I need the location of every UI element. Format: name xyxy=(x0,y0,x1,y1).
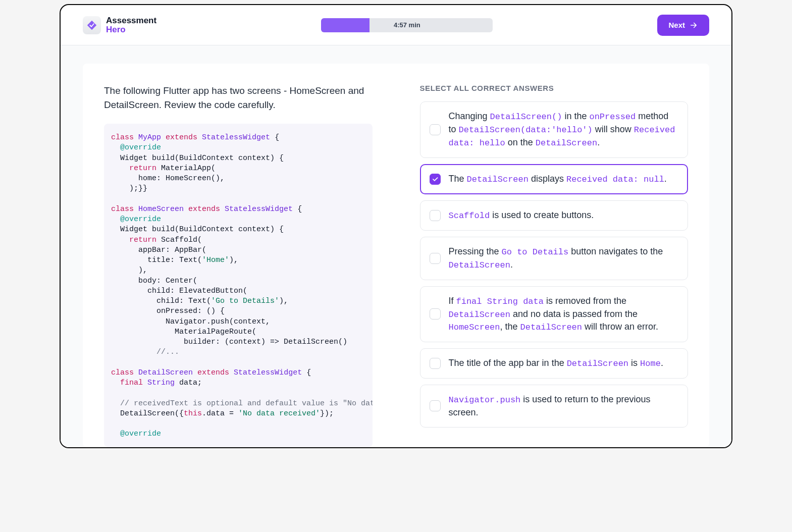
answer-option-0[interactable]: Changing DetailScreen() in the onPressed… xyxy=(420,101,689,158)
brand-line2: Hero xyxy=(106,25,156,34)
diamond-check-icon xyxy=(86,20,97,31)
answer-text: Pressing the Go to Details button naviga… xyxy=(449,245,679,272)
checkbox[interactable] xyxy=(430,174,441,185)
answer-text: If final String data is removed from the… xyxy=(449,295,679,334)
question-card: The following Flutter app has two screen… xyxy=(83,64,709,447)
next-button[interactable]: Next xyxy=(657,15,709,36)
checkbox[interactable] xyxy=(430,253,441,264)
progress-fill xyxy=(321,18,369,32)
checkbox[interactable] xyxy=(430,400,441,411)
answers-right: SELECT ALL CORRECT ANSWERS Changing Deta… xyxy=(420,84,689,447)
progress-label: 4:57 min xyxy=(394,21,420,29)
progress-bar: 4:57 min xyxy=(321,18,493,32)
answer-option-1[interactable]: The DetailScreen displays Received data:… xyxy=(420,164,689,194)
question-text: The following Flutter app has two screen… xyxy=(104,84,373,112)
answer-text: Scaffold is used to create buttons. xyxy=(449,209,594,222)
question-left: The following Flutter app has two screen… xyxy=(104,84,373,447)
progress-wrap: 4:57 min xyxy=(167,18,647,32)
content: The following Flutter app has two screen… xyxy=(61,45,731,447)
options-list: Changing DetailScreen() in the onPressed… xyxy=(420,101,689,428)
answer-option-5[interactable]: The title of the app bar in the DetailSc… xyxy=(420,348,689,379)
topbar: Assessment Hero 4:57 min Next xyxy=(61,5,731,45)
checkbox[interactable] xyxy=(430,308,441,320)
checkbox[interactable] xyxy=(430,210,441,221)
answer-option-3[interactable]: Pressing the Go to Details button naviga… xyxy=(420,237,689,280)
check-icon xyxy=(432,176,439,183)
checkbox[interactable] xyxy=(430,124,441,135)
app-frame: Assessment Hero 4:57 min Next The follow… xyxy=(60,4,732,448)
answer-text: The title of the app bar in the DetailSc… xyxy=(449,357,663,370)
answer-option-4[interactable]: If final String data is removed from the… xyxy=(420,286,689,343)
code-block: class MyApp extends StatelessWidget { @o… xyxy=(104,124,373,447)
answer-option-2[interactable]: Scaffold is used to create buttons. xyxy=(420,200,689,231)
checkbox[interactable] xyxy=(430,358,441,369)
answer-text: The DetailScreen displays Received data:… xyxy=(449,173,667,186)
answer-text: Changing DetailScreen() in the onPressed… xyxy=(449,110,679,149)
instruction-label: SELECT ALL CORRECT ANSWERS xyxy=(420,84,689,92)
next-button-label: Next xyxy=(668,21,685,29)
answer-option-6[interactable]: Navigator.push is used to return to the … xyxy=(420,385,689,427)
brand-text: Assessment Hero xyxy=(106,16,156,34)
answer-text: Navigator.push is used to return to the … xyxy=(449,393,679,418)
brand: Assessment Hero xyxy=(83,16,156,34)
brand-line1: Assessment xyxy=(106,16,156,25)
brand-icon xyxy=(83,16,101,34)
arrow-right-icon xyxy=(689,21,698,30)
